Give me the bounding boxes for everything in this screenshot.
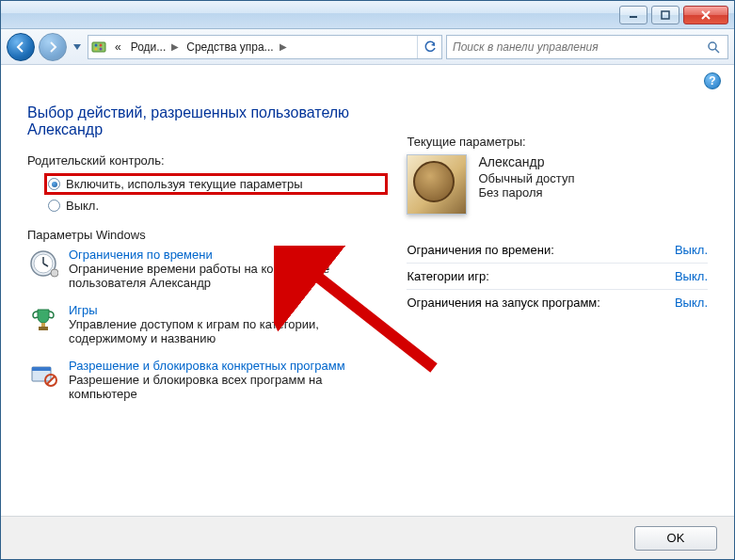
chevron-right-icon: ▶ xyxy=(278,41,289,52)
time-limits-item: Ограничения по времени Ограничение време… xyxy=(27,248,388,290)
search-icon[interactable] xyxy=(705,40,722,54)
svg-point-3 xyxy=(95,43,98,46)
breadcrumb-icon xyxy=(88,40,109,55)
left-column: Выбор действий, разрешенных пользователю… xyxy=(27,104,388,506)
breadcrumb-bar[interactable]: « Роди... ▶ Средства упра... ▶ xyxy=(88,35,442,59)
radio-off-row[interactable]: Выкл. xyxy=(44,197,388,215)
clock-icon xyxy=(27,248,59,280)
programs-item: Разрешение и блокировка конкретных прогр… xyxy=(27,359,388,401)
games-desc: Управление доступом к играм по категории… xyxy=(69,317,319,345)
control-panel-window: « Роди... ▶ Средства упра... ▶ ? Выбор д… xyxy=(0,0,735,560)
user-password-status: Без пароля xyxy=(478,185,574,200)
page-title: Выбор действий, разрешенных пользователю… xyxy=(27,104,388,138)
svg-point-13 xyxy=(51,269,58,277)
svg-point-4 xyxy=(100,43,103,46)
user-card: Александр Обычный доступ Без пароля xyxy=(407,154,708,215)
forward-button[interactable] xyxy=(39,33,67,61)
time-limits-link[interactable]: Ограничения по времени xyxy=(69,248,213,262)
radio-on-row[interactable]: Включить, используя текущие параметры xyxy=(44,173,388,195)
svg-rect-17 xyxy=(32,367,51,371)
svg-rect-15 xyxy=(39,327,48,330)
user-role: Обычный доступ xyxy=(478,171,574,185)
close-button[interactable] xyxy=(683,6,728,24)
help-icon[interactable]: ? xyxy=(704,72,721,89)
parental-control-radios: Включить, используя текущие параметры Вы… xyxy=(27,173,388,215)
table-row: Ограничения по времени: Выкл. xyxy=(407,237,708,264)
user-name: Александр xyxy=(478,154,574,169)
back-button[interactable] xyxy=(7,33,35,61)
table-row: Ограничения на запуск программ: Выкл. xyxy=(407,290,708,316)
trophy-icon xyxy=(27,303,59,335)
svg-rect-0 xyxy=(630,16,637,18)
svg-rect-14 xyxy=(41,323,45,327)
games-item: Игры Управление доступом к играм по кате… xyxy=(27,303,388,345)
status-progs-label: Ограничения на запуск программ: xyxy=(407,290,663,316)
svg-point-5 xyxy=(95,47,98,50)
search-box[interactable] xyxy=(446,35,728,59)
status-games-value[interactable]: Выкл. xyxy=(675,269,708,283)
programs-link[interactable]: Разрешение и блокировка конкретных прогр… xyxy=(69,359,345,373)
breadcrumb-seg-2[interactable]: Средства упра... xyxy=(181,36,277,58)
svg-rect-2 xyxy=(92,42,105,52)
avatar xyxy=(407,154,467,215)
svg-point-7 xyxy=(709,42,716,50)
nav-toolbar: « Роди... ▶ Средства упра... ▶ xyxy=(1,29,734,65)
status-time-label: Ограничения по времени: xyxy=(407,237,663,264)
status-games-label: Категории игр: xyxy=(407,264,663,290)
svg-line-8 xyxy=(715,49,719,53)
svg-point-6 xyxy=(100,47,103,50)
programs-desc: Разрешение и блокировка всех программ на… xyxy=(69,373,322,401)
windows-params-label: Параметры Windows xyxy=(27,228,388,242)
dialog-footer: OK xyxy=(1,516,734,559)
programs-icon xyxy=(27,359,59,391)
minimize-button[interactable] xyxy=(619,6,647,24)
ok-button[interactable]: OK xyxy=(634,526,717,551)
refresh-button[interactable] xyxy=(417,36,441,58)
search-input[interactable] xyxy=(453,40,705,54)
right-column: Текущие параметры: Александр Обычный дос… xyxy=(407,104,708,506)
radio-on-label: Включить, используя текущие параметры xyxy=(66,177,303,191)
current-settings-label: Текущие параметры: xyxy=(407,135,708,149)
table-row: Категории игр: Выкл. xyxy=(407,264,708,290)
radio-off-label: Выкл. xyxy=(66,199,99,213)
parental-control-label: Родительский контроль: xyxy=(27,153,388,168)
status-progs-value[interactable]: Выкл. xyxy=(675,296,708,310)
breadcrumb-prefix[interactable]: « xyxy=(109,36,125,58)
status-table: Ограничения по времени: Выкл. Категории … xyxy=(407,237,708,315)
window-titlebar xyxy=(1,1,734,29)
games-link[interactable]: Игры xyxy=(69,303,98,317)
nav-history-dropdown[interactable] xyxy=(71,35,84,59)
radio-on[interactable] xyxy=(48,178,60,190)
breadcrumb-seg-1[interactable]: Роди... xyxy=(125,36,170,58)
time-limits-desc: Ограничение времени работы на компьютере… xyxy=(69,262,329,290)
svg-rect-1 xyxy=(662,11,669,19)
content-area: ? Выбор действий, разрешенных пользовате… xyxy=(1,65,734,516)
radio-off[interactable] xyxy=(48,200,60,212)
chevron-right-icon: ▶ xyxy=(169,41,181,52)
maximize-button[interactable] xyxy=(651,6,679,24)
status-time-value[interactable]: Выкл. xyxy=(675,243,708,257)
